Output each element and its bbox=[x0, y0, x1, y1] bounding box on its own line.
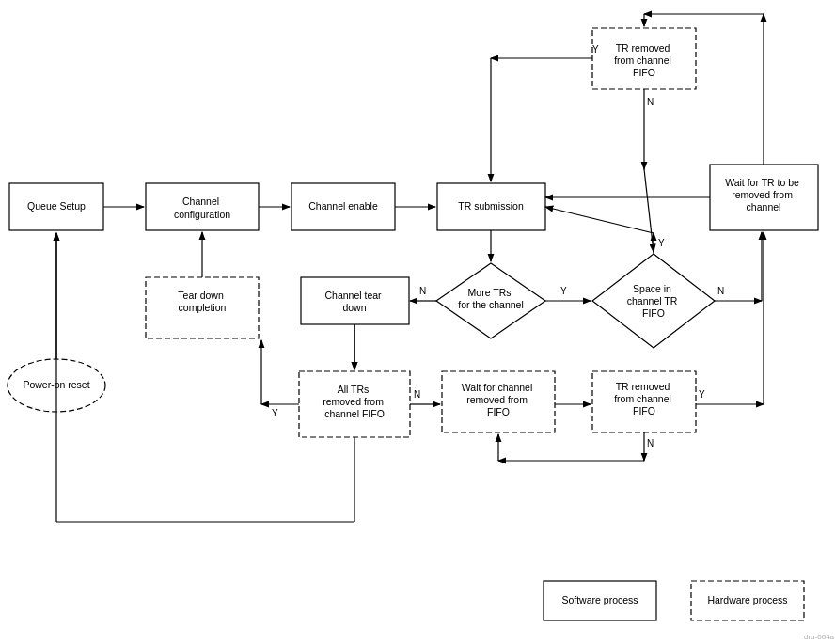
svg-line-19 bbox=[644, 169, 654, 252]
hardware-process-legend-label: Hardware process bbox=[707, 594, 787, 605]
tr-removed-bottom-n-label: N bbox=[647, 438, 654, 448]
tr-removed-bottom-y-label: Y bbox=[699, 389, 705, 400]
all-trs-n-label: N bbox=[414, 389, 420, 400]
queue-setup-label: Queue Setup bbox=[27, 200, 86, 212]
channel-config-node bbox=[146, 183, 259, 230]
space-fifo-y-label: Y bbox=[658, 238, 665, 248]
space-fifo-n-label: N bbox=[717, 286, 724, 296]
more-trs-n-label: N bbox=[419, 286, 426, 296]
more-trs-y-label: Y bbox=[560, 286, 567, 296]
more-trs-label: More TRs for the channel bbox=[458, 287, 523, 310]
channel-enable-label: Channel enable bbox=[308, 200, 378, 212]
diagram-container: Queue Setup Power-on reset Channel confi… bbox=[0, 0, 835, 644]
tr-removed-top-n-label: N bbox=[647, 97, 654, 107]
software-process-legend-label: Software process bbox=[561, 594, 638, 605]
tr-submission-label: TR submission bbox=[458, 200, 524, 212]
teardown-completion-label: Tear down completion bbox=[178, 290, 226, 313]
flowchart: Queue Setup Power-on reset Channel confi… bbox=[0, 0, 835, 644]
all-trs-y-label: Y bbox=[272, 408, 278, 418]
tr-removed-top-y-label: Y bbox=[592, 44, 599, 55]
svg-line-9 bbox=[545, 207, 654, 233]
watermark: dru-004a bbox=[804, 633, 835, 641]
